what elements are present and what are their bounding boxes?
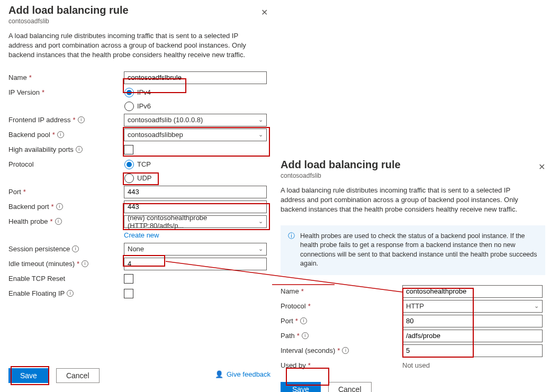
radio-ipv4-label: IPv4 — [137, 88, 151, 96]
info-icon[interactable]: i — [300, 317, 307, 324]
radio-ipv4[interactable]: IPv4 — [124, 88, 151, 97]
subtitle: contosoadfslib — [281, 172, 545, 179]
probe-select[interactable]: (new) contosohealthprobe (HTTP:80/adfs/p… — [124, 215, 267, 228]
name-label: Name — [8, 74, 27, 81]
chevron-down-icon: ⌄ — [258, 218, 263, 225]
close-icon[interactable]: ✕ — [538, 162, 545, 172]
chevron-down-icon: ⌄ — [258, 116, 263, 123]
session-select[interactable]: None⌄ — [124, 243, 267, 256]
description: A load balancing rule distributes incomi… — [8, 31, 263, 60]
bepool-label: Backend pool — [8, 131, 50, 139]
page-title: Add load balancing rule — [8, 4, 268, 16]
close-icon[interactable]: ✕ — [261, 7, 268, 17]
usedby-label: Used by — [281, 361, 306, 369]
name-input[interactable] — [124, 71, 267, 84]
info-icon: ⓘ — [288, 232, 295, 269]
required-marker: * — [23, 188, 26, 196]
info-icon[interactable]: i — [302, 332, 309, 339]
info-icon[interactable]: i — [67, 290, 74, 297]
beport-label: Backend port — [8, 203, 49, 211]
probe-name-input[interactable] — [402, 285, 543, 298]
required-marker: * — [308, 361, 311, 369]
info-banner: ⓘ Health probes are used to check the st… — [281, 225, 545, 275]
feip-label: Frontend IP address — [8, 116, 71, 124]
radio-tcp-label: TCP — [137, 160, 151, 168]
chevron-down-icon: ⌄ — [258, 245, 263, 252]
radio-ipv6[interactable]: IPv6 — [124, 102, 151, 111]
info-icon[interactable]: i — [72, 245, 79, 252]
hap-checkbox[interactable] — [124, 145, 133, 154]
feedback-label: Give feedback — [227, 370, 271, 378]
bepool-select[interactable]: contosoadfslibbep⌄ — [124, 129, 267, 141]
required-marker: * — [308, 302, 311, 310]
required-marker: * — [73, 116, 76, 124]
required-marker: * — [51, 203, 54, 211]
probe-interval-input[interactable] — [402, 344, 543, 357]
floatip-checkbox[interactable] — [124, 289, 133, 298]
beport-input[interactable] — [124, 200, 267, 213]
floatip-label: Enable Floating IP — [8, 289, 65, 297]
tcprst-label: Enable TCP Reset — [8, 275, 65, 282]
required-marker: * — [52, 131, 55, 139]
probe-value: (new) contosohealthprobe (HTTP:80/adfs/p… — [128, 214, 258, 230]
session-value: None — [128, 245, 144, 253]
required-marker: * — [295, 317, 298, 325]
page-title: Add load balancing rule — [281, 159, 545, 171]
required-marker: * — [50, 217, 52, 225]
save-button[interactable]: Save — [8, 368, 49, 383]
feip-select[interactable]: contosoadfslib (10.0.0.8)⌄ — [124, 114, 267, 126]
radio-udp-label: UDP — [137, 174, 151, 182]
port-label: Port — [281, 317, 293, 325]
create-new-link[interactable]: Create new — [124, 231, 159, 239]
protocol-label: Protocol — [281, 302, 306, 310]
radio-tcp[interactable]: TCP — [124, 160, 151, 169]
info-icon[interactable]: i — [78, 116, 85, 123]
radio-udp[interactable]: UDP — [124, 174, 151, 183]
cancel-button[interactable]: Cancel — [328, 382, 372, 392]
hap-label: High availability ports — [8, 145, 74, 153]
chevron-down-icon: ⌄ — [534, 303, 539, 309]
ipversion-label: IP Version — [8, 88, 40, 96]
required-marker: * — [301, 287, 304, 295]
probe-protocol-value: HTTP — [406, 302, 424, 310]
usedby-value: Not used — [402, 361, 430, 369]
feip-value: contosoadfslib (10.0.0.8) — [128, 116, 203, 124]
idle-label: Idle timeout (minutes) — [8, 260, 75, 268]
tcprst-checkbox[interactable] — [124, 274, 133, 284]
name-label: Name — [281, 287, 299, 295]
probe-path-input[interactable] — [402, 330, 543, 342]
info-icon[interactable]: i — [56, 203, 63, 210]
cancel-button[interactable]: Cancel — [56, 368, 100, 383]
feedback-icon: 👤 — [215, 370, 223, 378]
info-text: Health probes are used to check the stat… — [300, 232, 538, 269]
info-icon[interactable]: i — [342, 347, 349, 354]
info-icon[interactable]: i — [55, 218, 62, 225]
chevron-down-icon: ⌄ — [258, 131, 263, 138]
description: A load balancing rule distributes incomi… — [281, 186, 535, 215]
interval-label: Interval (seconds) — [281, 347, 335, 354]
info-icon[interactable]: i — [82, 260, 88, 267]
session-label: Session persistence — [8, 245, 70, 253]
required-marker: * — [297, 332, 300, 340]
info-icon[interactable]: i — [76, 146, 83, 153]
info-icon[interactable]: i — [57, 131, 64, 138]
feedback-link[interactable]: 👤 Give feedback — [215, 370, 271, 378]
required-marker: * — [29, 74, 32, 81]
required-marker: * — [337, 347, 340, 354]
bepool-value: contosoadfslibbep — [128, 131, 183, 139]
path-label: Path — [281, 332, 295, 340]
probe-protocol-select[interactable]: HTTP⌄ — [402, 300, 543, 313]
subtitle: contosoadfslib — [8, 17, 268, 25]
idle-input[interactable] — [124, 258, 267, 270]
required-marker: * — [42, 88, 44, 96]
port-label: Port — [8, 188, 21, 196]
required-marker: * — [77, 260, 79, 268]
port-input[interactable] — [124, 186, 267, 198]
protocol-label: Protocol — [8, 160, 34, 168]
radio-ipv6-label: IPv6 — [137, 102, 151, 110]
probe-label: Health probe — [8, 217, 48, 225]
save-button[interactable]: Save — [281, 382, 321, 392]
probe-port-input[interactable] — [402, 315, 543, 327]
